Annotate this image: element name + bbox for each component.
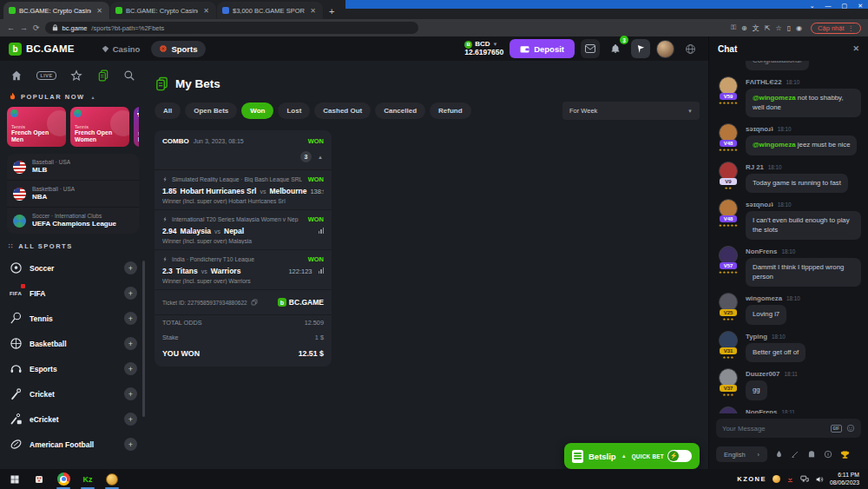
filter-lost[interactable]: Lost xyxy=(278,102,310,119)
chat-username[interactable]: FΛITHLЄ22 xyxy=(746,78,782,86)
sidebar-item-tennis[interactable]: Tennis + xyxy=(7,306,139,331)
tab-close-icon[interactable]: ✕ xyxy=(95,7,104,15)
address-bar[interactable]: bc.game/sports?bt-path=%2Fbets xyxy=(45,22,418,34)
expand-plus-button[interactable]: + xyxy=(124,362,137,375)
sidebar-scrollbar[interactable] xyxy=(142,261,145,417)
rules-icon[interactable] xyxy=(791,450,799,459)
kebab-menu-icon[interactable]: ⋮ xyxy=(848,24,855,32)
tray-download-icon[interactable] xyxy=(786,475,794,483)
sidebar-item-fifa[interactable]: FIFA FIFA + xyxy=(7,281,139,306)
sidebar-item-soccer[interactable]: Soccer + xyxy=(7,255,139,281)
league-item-nba[interactable]: Basketball · USA NBA xyxy=(7,181,139,208)
forward-icon[interactable]: → xyxy=(20,23,28,32)
filter-won[interactable]: Won xyxy=(241,102,273,119)
filter-open-bets[interactable]: Open Bets xyxy=(185,102,237,119)
avatar[interactable] xyxy=(719,406,738,413)
rain-icon[interactable] xyxy=(775,450,783,459)
taskbar-clock[interactable]: 6:11 PM 08/06/2023 xyxy=(830,472,859,487)
key-icon[interactable]: ⚿ xyxy=(731,23,736,32)
quick-bet-toggle[interactable]: ⚡ xyxy=(667,450,692,462)
tab-close-icon[interactable]: ✕ xyxy=(201,7,211,15)
sidebar-item-basketball[interactable]: Basketball + xyxy=(7,331,139,356)
popular-now-header[interactable]: POPULAR NOW ▲ xyxy=(7,90,139,107)
filter-cashed-out[interactable]: Cashed Out xyxy=(314,102,371,119)
league-item-uefa[interactable]: Soccer · International Clubs UEFA Champi… xyxy=(7,208,139,234)
my-bets-icon[interactable] xyxy=(97,69,109,82)
window-minimize-icon[interactable]: — xyxy=(825,3,832,9)
browser-tab-3[interactable]: $3,000 BC.GAME SPORTS PARLA ✕ xyxy=(217,2,323,19)
chat-username[interactable]: NonFrens xyxy=(746,408,777,413)
refresh-icon[interactable]: ⟳ xyxy=(33,23,40,32)
chat-messages[interactable]: Congratulations! V59 ★★★★★ FΛITHLЄ2218:1… xyxy=(709,61,868,413)
league-item-mlb[interactable]: Baseball · USA MLB xyxy=(7,154,139,181)
popular-card-french-open-women[interactable]: Tennis French Open Women xyxy=(70,107,129,147)
bcgame-logo[interactable]: b BC.GAME xyxy=(9,43,75,56)
tab-close-icon[interactable]: ✕ xyxy=(308,7,318,15)
sidebar-item-cricket[interactable]: Cricket + xyxy=(7,381,139,406)
search-icon[interactable] xyxy=(123,69,135,82)
star-icon[interactable]: ☆ xyxy=(775,24,781,32)
taskbar-chrome-icon[interactable] xyxy=(52,469,75,489)
filter-all[interactable]: All xyxy=(155,102,181,119)
tray-emoji-icon[interactable] xyxy=(773,475,780,483)
chat-username[interactable]: Duuzer007 xyxy=(746,370,779,378)
sidebar-item-american-football[interactable]: American Football + xyxy=(7,432,139,457)
copy-icon[interactable] xyxy=(251,299,258,306)
emoji-icon[interactable] xyxy=(846,424,855,433)
collapse-caret-icon[interactable]: ▲ xyxy=(318,155,323,160)
chat-username[interactable]: RJ 21 xyxy=(746,163,764,171)
window-maximize-icon[interactable]: ▢ xyxy=(842,3,848,10)
notifications-button[interactable]: 3 xyxy=(606,39,625,58)
close-icon[interactable]: ✕ xyxy=(852,44,859,53)
expand-plus-button[interactable]: + xyxy=(124,438,137,451)
balance-selector[interactable]: B BCD ▼ 12.6197650 xyxy=(464,41,503,56)
deposit-button[interactable]: Deposit xyxy=(510,39,575,58)
chat-username[interactable]: səɪqnoɹʇ xyxy=(746,201,773,208)
language-globe-button[interactable] xyxy=(681,39,700,58)
share-icon[interactable]: ⇱ xyxy=(765,24,771,32)
trophy-icon[interactable] xyxy=(840,450,850,459)
expand-plus-button[interactable]: + xyxy=(124,261,137,274)
chat-username[interactable]: Typing xyxy=(746,333,767,340)
start-button[interactable] xyxy=(3,469,26,489)
favorites-star-icon[interactable] xyxy=(70,69,82,82)
split-screen-icon[interactable]: ▯ xyxy=(787,24,791,32)
expand-plus-button[interactable]: + xyxy=(124,337,137,350)
stats-icon[interactable] xyxy=(319,228,325,234)
popular-card-nba[interactable]: NBA 2 NBA xyxy=(134,107,139,147)
home-icon[interactable] xyxy=(10,69,23,82)
expand-plus-button[interactable]: + xyxy=(124,387,137,400)
gif-icon[interactable]: GIF xyxy=(831,425,843,433)
window-close-icon[interactable]: ✕ xyxy=(858,3,863,10)
chat-username[interactable]: NonFrens xyxy=(746,248,777,255)
messages-button[interactable] xyxy=(581,39,600,58)
tray-network-icon[interactable] xyxy=(800,475,809,483)
taskbar-coin-app-icon[interactable] xyxy=(101,469,123,489)
sidebar-item-ecricket[interactable]: eCricket + xyxy=(7,406,139,432)
nav-sports[interactable]: Sports xyxy=(151,41,205,57)
chat-language-selector[interactable]: English › xyxy=(716,446,767,462)
betslip-button[interactable]: Betslip ▲ QUICK BET ⚡ xyxy=(564,443,700,469)
sports-chat-toggle[interactable] xyxy=(631,39,650,58)
ghost-icon[interactable] xyxy=(807,450,816,459)
info-icon[interactable] xyxy=(824,450,832,459)
chat-username[interactable]: səɪqnoɹʇ xyxy=(746,125,773,133)
taskbar-widget-icon[interactable] xyxy=(28,469,50,489)
nav-casino[interactable]: Casino xyxy=(94,41,148,57)
stats-icon[interactable] xyxy=(319,268,325,274)
taskbar-kzone-icon[interactable]: Kz xyxy=(76,469,99,489)
expand-plus-button[interactable]: + xyxy=(124,413,137,426)
back-icon[interactable]: ← xyxy=(7,23,15,32)
popular-card-french-open-men[interactable]: Tennis French Open Men xyxy=(7,107,66,147)
live-icon[interactable]: LIVE xyxy=(36,71,56,80)
browser-tab-1[interactable]: BC.GAME: Crypto Casino Games ✕ xyxy=(3,2,109,19)
chat-message-input[interactable] xyxy=(722,425,826,433)
tray-volume-icon[interactable] xyxy=(815,475,824,484)
expand-plus-button[interactable]: + xyxy=(124,287,137,300)
user-avatar[interactable] xyxy=(656,40,674,58)
translate-icon[interactable]: 文 xyxy=(753,23,760,33)
install-icon[interactable]: ⊕ xyxy=(741,24,747,32)
browser-update-button[interactable]: Cập nhật ⋮ xyxy=(811,23,861,34)
new-tab-button[interactable]: + xyxy=(329,6,334,17)
browser-tab-2[interactable]: BC.GAME: Crypto Casino Games ✕ xyxy=(110,2,216,19)
